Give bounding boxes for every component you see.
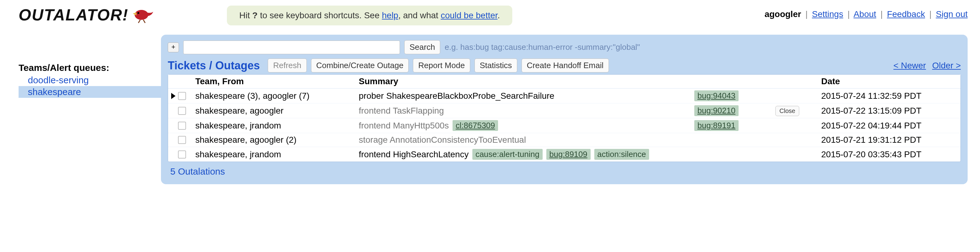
- row-team: shakespeare, jrandom: [195, 150, 356, 159]
- row-team: shakespeare, agoogler (2): [195, 135, 356, 145]
- table-row[interactable]: shakespeare, agooglerfrontend TaskFlappi…: [168, 104, 961, 118]
- sidebar: Teams/Alert queues: doodle-serving shake…: [19, 35, 161, 98]
- search-button[interactable]: Search: [404, 40, 440, 54]
- row-date: 2015-07-24 11:32:59 PDT: [821, 91, 958, 101]
- row-checkbox[interactable]: [178, 107, 186, 115]
- row-tag[interactable]: cl:8675309: [453, 120, 498, 131]
- feedback-link-inline[interactable]: could be better: [441, 11, 498, 20]
- older-link[interactable]: Older >: [932, 61, 961, 70]
- sidebar-item-doodle-serving[interactable]: doodle-serving: [19, 74, 161, 86]
- svg-line-3: [138, 20, 140, 23]
- bird-icon: [131, 6, 156, 24]
- row-tag[interactable]: bug:89109: [546, 149, 590, 160]
- sidebar-item-shakespeare[interactable]: shakespeare: [19, 86, 161, 98]
- handoff-button[interactable]: Create Handoff Email: [522, 59, 609, 72]
- combine-button[interactable]: Combine/Create Outage: [311, 59, 409, 72]
- table-header: Team, From Summary Date: [168, 75, 961, 89]
- row-team: shakespeare (3), agoogler (7): [195, 91, 356, 101]
- col-date: Date: [821, 77, 958, 86]
- table-row[interactable]: shakespeare, jrandomfrontend ManyHttp500…: [168, 118, 961, 133]
- report-mode-button[interactable]: Report Mode: [413, 59, 470, 72]
- row-date: 2015-07-20 03:35:43 PDT: [821, 150, 958, 159]
- row-tag: action:silence: [594, 149, 649, 160]
- row-team: shakespeare, agoogler: [195, 106, 356, 116]
- section-title: Tickets / Outages: [168, 59, 260, 72]
- col-summary: Summary: [359, 77, 690, 86]
- row-summary: prober ShakespeareBlackboxProbe_SearchFa…: [359, 91, 690, 101]
- footer-count: 5 Outalations: [168, 162, 961, 177]
- table-row[interactable]: shakespeare (3), agoogler (7)prober Shak…: [168, 89, 961, 104]
- row-team: shakespeare, jrandom: [195, 121, 356, 131]
- statistics-button[interactable]: Statistics: [474, 59, 517, 72]
- expand-button[interactable]: +: [168, 42, 179, 52]
- table-row[interactable]: shakespeare, jrandomfrontend HighSearchL…: [168, 147, 961, 162]
- row-summary: frontend ManyHttp500scl:8675309: [359, 120, 690, 131]
- row-checkbox[interactable]: [178, 150, 186, 158]
- refresh-button[interactable]: Refresh: [268, 59, 307, 72]
- row-bug-tag[interactable]: bug:89191: [694, 120, 738, 131]
- svg-marker-1: [133, 13, 137, 16]
- row-date: 2015-07-22 13:15:09 PDT: [821, 106, 958, 116]
- row-date: 2015-07-21 19:31:12 PDT: [821, 135, 958, 145]
- nav-about[interactable]: About: [853, 9, 876, 19]
- row-checkbox[interactable]: [178, 92, 186, 100]
- row-summary: storage AnnotationConsistencyTooEventual: [359, 135, 690, 145]
- row-summary: frontend TaskFlapping: [359, 106, 690, 116]
- current-row-pointer-icon: [171, 93, 175, 99]
- app-title: OUTALATOR!: [19, 6, 129, 24]
- row-tag: cause:alert-tuning: [473, 149, 542, 160]
- current-user: agoogler: [765, 9, 801, 19]
- svg-line-4: [143, 20, 145, 23]
- table-row[interactable]: shakespeare, agoogler (2)storage Annotat…: [168, 133, 961, 147]
- main-panel: + Search e.g. has:bug tag:cause:human-er…: [161, 35, 967, 184]
- tickets-table: Team, From Summary Date shakespeare (3),…: [168, 74, 961, 162]
- toolbar: Tickets / Outages Refresh Combine/Create…: [168, 59, 961, 72]
- nav-settings[interactable]: Settings: [812, 9, 843, 19]
- search-row: + Search e.g. has:bug tag:cause:human-er…: [168, 40, 961, 54]
- row-bug-tag[interactable]: bug:94043: [694, 90, 738, 101]
- app-logo: OUTALATOR!: [19, 6, 156, 24]
- newer-link[interactable]: < Newer: [893, 61, 926, 70]
- row-bug-tag[interactable]: bug:90210: [694, 105, 738, 116]
- search-hint: e.g. has:bug tag:cause:human-error -summ…: [444, 42, 640, 52]
- search-input[interactable]: [183, 41, 400, 54]
- nav-signout[interactable]: Sign out: [936, 9, 967, 19]
- row-date: 2015-07-22 04:19:44 PDT: [821, 121, 958, 131]
- row-summary: frontend HighSearchLatencycause:alert-tu…: [359, 149, 690, 160]
- svg-point-0: [135, 10, 148, 20]
- nav-feedback[interactable]: Feedback: [887, 9, 925, 19]
- row-close-button[interactable]: Close: [775, 106, 799, 116]
- row-checkbox[interactable]: [178, 122, 186, 130]
- row-checkbox[interactable]: [178, 136, 186, 144]
- col-team: Team, From: [195, 77, 356, 86]
- sidebar-title: Teams/Alert queues:: [19, 62, 161, 73]
- svg-point-2: [137, 12, 139, 14]
- user-nav: agoogler | Settings | About | Feedback |…: [765, 6, 967, 19]
- hint-bar: Hit ? to see keyboard shortcuts. See hel…: [227, 6, 512, 26]
- help-link[interactable]: help: [382, 11, 398, 20]
